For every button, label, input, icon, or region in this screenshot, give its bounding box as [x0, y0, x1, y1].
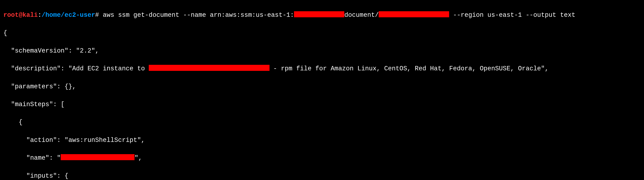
json-line: "mainSteps": [ [3, 100, 641, 109]
command-text-mid: document/ [344, 12, 379, 19]
prompt-user: root@kali [3, 12, 38, 19]
command-text-pre: aws ssm get-document --name arn:aws:ssm:… [99, 12, 294, 19]
prompt-hash: # [95, 12, 99, 19]
prompt-path: /home/ec2-user [42, 12, 95, 19]
prompt-colon: : [38, 12, 42, 19]
redaction [149, 65, 270, 71]
prompt-line[interactable]: root@kali:/home/ec2-user# aws ssm get-do… [3, 11, 641, 20]
redaction [379, 11, 449, 17]
json-line: "parameters": {}, [3, 82, 641, 91]
json-line: "name": "", [3, 153, 641, 162]
json-line: { [3, 29, 641, 38]
command-text-post: --region us-east-1 --output text [449, 12, 576, 19]
redaction [61, 154, 134, 160]
json-line: "inputs": { [3, 171, 641, 180]
json-line: "action": "aws:runShellScript", [3, 136, 641, 144]
json-line: { [3, 118, 641, 127]
json-line: "description": "Add EC2 instance to - rp… [3, 64, 641, 73]
terminal-output: root@kali:/home/ec2-user# aws ssm get-do… [0, 0, 644, 180]
json-line: "schemaVersion": "2.2", [3, 46, 641, 55]
redaction [294, 11, 344, 17]
